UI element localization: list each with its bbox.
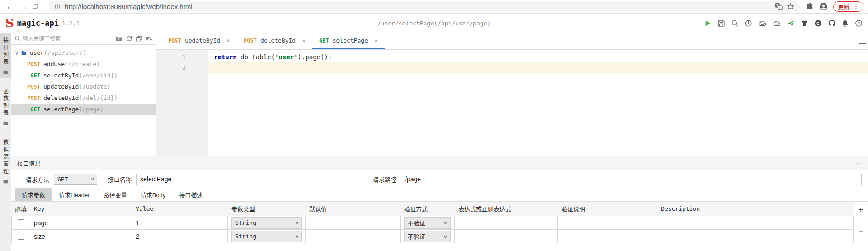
translate-icon[interactable]: 文G (775, 3, 783, 10)
param-value-cell[interactable]: 1 (132, 216, 228, 230)
run-icon[interactable] (704, 19, 712, 27)
tab-request-params[interactable]: 请求参数 (15, 188, 52, 201)
rail-item-function-list[interactable]: 函数列表 (0, 84, 11, 129)
param-description-cell[interactable] (657, 216, 854, 230)
param-description-cell[interactable] (657, 230, 854, 243)
tab-request-header[interactable]: 请求Header (52, 188, 97, 201)
rail-item-api-list[interactable]: 接口列表 (0, 33, 11, 78)
param-expression-cell[interactable] (455, 216, 558, 230)
history-icon[interactable] (745, 19, 752, 27)
browser-refresh-button[interactable] (32, 3, 42, 10)
refresh-icon (32, 3, 38, 10)
code-content[interactable]: return db.table('user').page(); (208, 50, 868, 156)
api-name: selectById (43, 72, 79, 79)
method-badge: POST (23, 84, 40, 90)
upload-icon[interactable] (758, 19, 767, 27)
extensions-icon[interactable] (806, 3, 814, 10)
type-select[interactable]: String∨ (231, 217, 302, 229)
validation-select[interactable]: 不验证∨ (404, 217, 451, 229)
param-key-cell[interactable]: page (30, 216, 132, 230)
collapse-all-icon[interactable] (136, 35, 142, 42)
tab-deleteById[interactable]: POST deleteById × (237, 33, 312, 49)
help-icon[interactable]: ? (855, 19, 863, 27)
param-key-cell[interactable]: size (30, 230, 132, 243)
save-icon[interactable] (717, 19, 725, 27)
group-path: (/api/user/) (44, 49, 86, 56)
new-group-icon[interactable] (115, 35, 123, 42)
notification-icon[interactable] (841, 19, 849, 27)
chrome-update-button[interactable]: 更新 ⋮ (833, 1, 863, 12)
browser-back-button[interactable]: ← (5, 3, 15, 10)
bookmark-star-icon[interactable] (787, 3, 794, 10)
tab-label: 接口描述 (179, 190, 203, 199)
remove-row-button[interactable]: − (859, 226, 863, 237)
rail-item-datasource[interactable]: 数据源管理 (0, 135, 11, 187)
app-title: magic-api (17, 19, 59, 28)
minimize-icon[interactable]: − (854, 159, 862, 167)
tree-item-selectPage[interactable]: GET selectPage(/page) (11, 104, 156, 115)
tree-group-user[interactable]: ∨ user(/api/user/) (11, 47, 156, 58)
github-icon[interactable] (828, 19, 835, 27)
param-value-cell[interactable]: 2 (132, 230, 228, 243)
theme-icon[interactable] (801, 19, 808, 27)
tree-item-updateById[interactable]: POST updateById(/update) (11, 81, 156, 92)
col-header-validation-note: 验证说明 (558, 202, 657, 216)
tab-selectPage[interactable]: GET selectPage × (312, 33, 385, 49)
editor-area: POST updateById × POST deleteById × GET … (156, 33, 868, 156)
tree-item-deleteById[interactable]: POST deleteById(/del/{id}) (11, 92, 156, 104)
svg-text:G: G (779, 6, 782, 10)
type-select-value: String (235, 233, 256, 240)
tree-item-selectById[interactable]: GET selectById(/one/{id}) (11, 70, 156, 81)
param-expression-cell[interactable] (455, 230, 558, 243)
close-icon[interactable]: × (226, 37, 230, 44)
type-select[interactable]: String∨ (231, 231, 302, 242)
api-name-input[interactable] (136, 174, 362, 185)
add-row-button[interactable]: + (859, 204, 863, 216)
api-path: (/one/{id}) (79, 72, 118, 79)
code-editor[interactable]: 1 2 return db.table('user').page(); (156, 50, 868, 156)
browser-forward-button[interactable]: → (18, 3, 29, 10)
chevron-down-icon: ∨ (443, 234, 448, 239)
tree-item-addUser[interactable]: POST addUser(/create) (11, 58, 156, 70)
search-icon[interactable] (731, 19, 739, 27)
param-default-cell[interactable] (306, 230, 401, 243)
refresh-icon[interactable] (126, 35, 132, 42)
method-select[interactable]: GET ∨ (54, 174, 97, 185)
close-icon[interactable]: × (302, 37, 306, 44)
url-text[interactable]: http://localhost:8080/magic/web/index.ht… (65, 3, 771, 10)
method-badge: GET (319, 38, 329, 44)
tab-updateById[interactable]: POST updateById × (161, 33, 237, 49)
tab-request-body[interactable]: 请求Body (134, 188, 173, 201)
param-validation-cell: 不验证∨ (401, 230, 455, 243)
push-icon[interactable] (787, 19, 795, 27)
tab-api-description[interactable]: 接口描述 (172, 188, 209, 201)
scrollbar-thumb[interactable] (859, 43, 866, 44)
validation-select[interactable]: 不验证∨ (404, 231, 451, 242)
params-table-wrap: 必填 Key Value 参数类型 默认值 验证方式 表达式或正则表达式 验证说… (11, 202, 868, 251)
download-icon[interactable] (773, 19, 781, 27)
validation-select-value: 不验证 (408, 218, 425, 227)
chevron-down-icon[interactable]: ∨ (15, 49, 19, 56)
tree-search-input[interactable] (23, 36, 113, 42)
required-checkbox[interactable] (18, 219, 24, 226)
browser-address-bar[interactable]: http://localhost:8080/magic/web/index.ht… (49, 1, 800, 12)
close-icon[interactable]: × (374, 37, 378, 44)
code-line-1: return db.table('user').page(); (208, 52, 868, 62)
gitee-icon[interactable]: G (814, 19, 822, 27)
sort-icon[interactable] (146, 35, 152, 42)
required-checkbox[interactable] (18, 233, 24, 240)
param-validation-note-cell[interactable] (558, 216, 657, 230)
profile-avatar[interactable] (819, 2, 828, 11)
tab-label: updateById (185, 37, 220, 44)
page-info-icon[interactable] (54, 4, 61, 10)
param-default-cell[interactable] (306, 216, 401, 230)
col-header-validation: 验证方式 (401, 202, 455, 216)
search-icon (14, 36, 20, 42)
chrome-menu-icon[interactable]: ⋮ (853, 3, 859, 10)
type-select-value: String (235, 219, 256, 226)
param-validation-note-cell[interactable] (558, 230, 657, 243)
tab-path-variables[interactable]: 路径变量 (97, 188, 134, 201)
api-name: deleteById (43, 95, 79, 101)
line-number: 1 (156, 52, 186, 62)
api-path-input[interactable] (401, 174, 862, 185)
